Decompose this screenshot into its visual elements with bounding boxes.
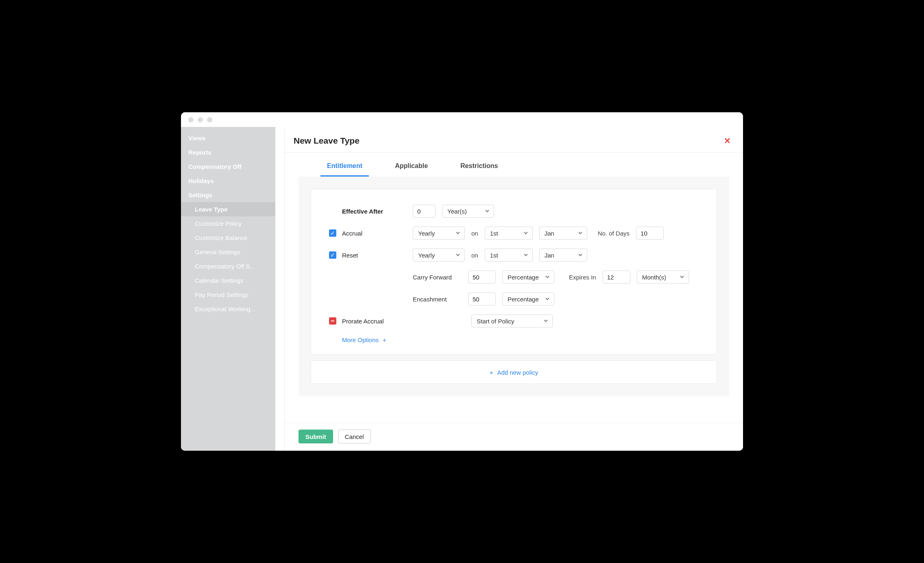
expires-in-label: Expires In (569, 274, 596, 281)
chevron-down-icon (545, 274, 550, 281)
row-carry-forward: Carry Forward Percentage Expires In Mont… (329, 271, 699, 284)
window-max-dot[interactable] (207, 117, 212, 122)
main-area: New Leave Type ✕ Entitlement Applicable … (275, 127, 743, 451)
expires-unit-select[interactable]: Month(s) (637, 271, 689, 284)
sidebar-item-views[interactable]: Views (181, 131, 275, 145)
window-close-dot[interactable] (188, 117, 194, 122)
row-effective-after: Effective After Year(s) (329, 205, 699, 218)
reset-month-select[interactable]: Jan (539, 249, 587, 262)
carry-forward-input[interactable] (468, 271, 496, 284)
chevron-down-icon (543, 318, 548, 325)
expires-unit-value: Month(s) (642, 274, 666, 281)
accrual-period-value: Yearly (418, 230, 435, 237)
sidebar-sub-general-settings[interactable]: General Settings (181, 245, 275, 259)
window-frame: Views Reports Compensatory Off Holidays … (179, 111, 745, 452)
prorate-checkbox[interactable] (329, 317, 336, 325)
add-policy-button[interactable]: + Add new policy (311, 360, 717, 384)
effective-after-unit-select[interactable]: Year(s) (442, 205, 494, 218)
panel-header: New Leave Type ✕ (285, 129, 743, 153)
prorate-label: Prorate Accrual (342, 318, 384, 325)
carry-forward-unit-select[interactable]: Percentage (502, 271, 554, 284)
row-encashment: Encashment Percentage (329, 292, 699, 306)
reset-day-value: 1st (490, 252, 498, 259)
reset-month-value: Jan (545, 252, 554, 259)
sidebar-sub-pay-period[interactable]: Pay Period Settings (181, 288, 275, 302)
reset-period-select[interactable]: Yearly (413, 249, 465, 262)
panel: New Leave Type ✕ Entitlement Applicable … (284, 129, 743, 451)
carry-forward-label: Carry Forward (413, 274, 462, 281)
chevron-down-icon (455, 252, 460, 259)
effective-after-unit-value: Year(s) (447, 208, 467, 215)
footer: Submit Cancel (285, 423, 743, 451)
form-area: Effective After Year(s) (299, 177, 729, 396)
effective-after-label: Effective After (342, 208, 383, 215)
sidebar: Views Reports Compensatory Off Holidays … (181, 127, 275, 451)
sidebar-item-comp-off[interactable]: Compensatory Off (181, 159, 275, 174)
cancel-button[interactable]: Cancel (338, 430, 371, 443)
row-reset: ✓ Reset Yearly on 1st (329, 249, 699, 262)
content-area: Views Reports Compensatory Off Holidays … (181, 127, 743, 451)
chevron-down-icon (545, 296, 550, 303)
reset-checkbox[interactable]: ✓ (329, 251, 336, 259)
panel-body: Entitlement Applicable Restrictions Effe… (285, 153, 743, 423)
encashment-label: Encashment (413, 296, 462, 303)
effective-after-input[interactable] (413, 205, 436, 218)
accrual-month-value: Jan (545, 230, 554, 237)
row-accrual: ✓ Accrual Yearly on 1st (329, 227, 699, 240)
reset-day-select[interactable]: 1st (485, 249, 533, 262)
window-titlebar (181, 112, 743, 127)
sidebar-sub-compoff-settings[interactable]: Compensatory Off S... (181, 259, 275, 273)
accrual-checkbox[interactable]: ✓ (329, 229, 336, 237)
accrual-month-select[interactable]: Jan (539, 227, 587, 240)
accrual-label: Accrual (342, 230, 362, 237)
policy-card: Effective After Year(s) (311, 189, 717, 355)
chevron-down-icon (578, 252, 583, 259)
add-policy-label: Add new policy (497, 369, 538, 376)
chevron-down-icon (578, 230, 583, 237)
accrual-period-select[interactable]: Yearly (413, 227, 465, 240)
more-options-link[interactable]: More Options + (342, 336, 386, 343)
reset-period-value: Yearly (418, 252, 435, 259)
sidebar-item-settings[interactable]: Settings (181, 188, 275, 202)
accrual-on-label: on (471, 230, 478, 237)
sidebar-sub-calendar-settings[interactable]: Calendar Settings (181, 273, 275, 288)
carry-forward-unit-value: Percentage (508, 274, 539, 281)
prorate-option-value: Start of Policy (477, 318, 514, 325)
sidebar-sub-customize-policy[interactable]: Customize Policy (181, 216, 275, 231)
plus-icon: + (383, 336, 386, 343)
chevron-down-icon (523, 230, 528, 237)
row-prorate: Prorate Accrual Start of Policy (329, 314, 699, 327)
accrual-day-select[interactable]: 1st (485, 227, 533, 240)
encashment-input[interactable] (468, 292, 496, 306)
tab-restrictions[interactable]: Restrictions (456, 155, 502, 176)
tab-entitlement[interactable]: Entitlement (323, 155, 366, 176)
reset-label: Reset (342, 252, 358, 259)
accrual-day-value: 1st (490, 230, 498, 237)
reset-on-label: on (471, 252, 478, 259)
submit-button[interactable]: Submit (299, 430, 333, 443)
sidebar-sub-leave-type[interactable]: Leave Type (181, 202, 275, 216)
expires-in-input[interactable] (603, 271, 630, 284)
tab-applicable[interactable]: Applicable (391, 155, 432, 176)
no-of-days-label: No. of Days (598, 230, 630, 237)
chevron-down-icon (523, 252, 528, 259)
page-title: New Leave Type (294, 136, 360, 146)
no-of-days-input[interactable] (636, 227, 664, 240)
tabs: Entitlement Applicable Restrictions (299, 155, 729, 177)
sidebar-item-reports[interactable]: Reports (181, 145, 275, 159)
more-options-label: More Options (342, 336, 379, 343)
sidebar-sub-exceptional-working[interactable]: Exceptional Working... (181, 302, 275, 316)
encashment-unit-select[interactable]: Percentage (502, 292, 554, 306)
window-min-dot[interactable] (198, 117, 203, 122)
sidebar-item-holidays[interactable]: Holidays (181, 174, 275, 188)
chevron-down-icon (455, 230, 460, 237)
svg-rect-0 (331, 321, 334, 321)
chevron-down-icon (680, 274, 684, 281)
sidebar-sub-customize-balance[interactable]: Customize Balance (181, 231, 275, 245)
prorate-option-select[interactable]: Start of Policy (471, 314, 553, 327)
plus-icon: + (490, 369, 493, 376)
close-icon[interactable]: ✕ (721, 135, 734, 146)
chevron-down-icon (485, 208, 490, 215)
encashment-unit-value: Percentage (508, 296, 539, 303)
